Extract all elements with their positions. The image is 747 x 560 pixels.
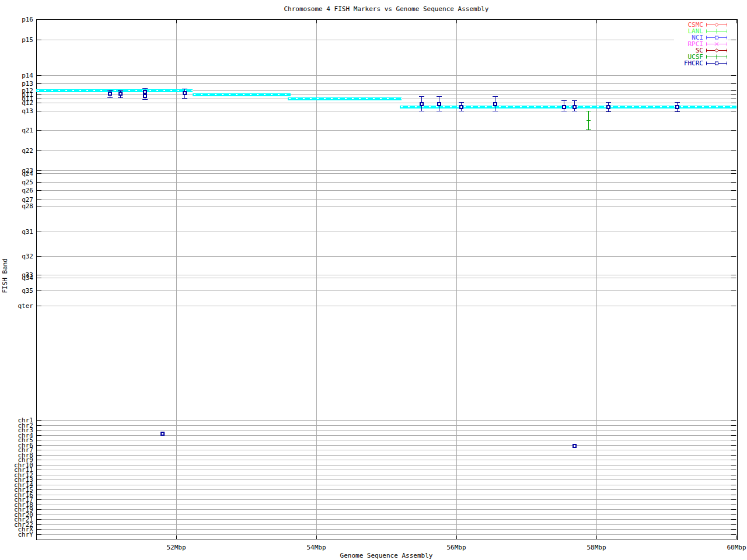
row-label-q26: q26 [0,188,33,193]
label-layer: p16p15p14p13p12p11q11q12q13q21q22q23q24q… [0,0,747,560]
x-tick-label-54Mbp: 54Mbp [299,544,334,551]
row-label-p15: p15 [0,37,33,43]
row-label-q31: q31 [0,229,33,235]
legend-row-FHCRC: FHCRC [674,60,728,66]
row-label-q12: q12 [0,100,33,106]
row-label-p14: p14 [0,73,33,78]
legend-sample-icon [706,41,728,47]
row-label-qter: qter [0,303,33,309]
legend-sample-icon [706,28,728,34]
y-axis-title: FISH Band [1,258,9,293]
legend-label-FHCRC: FHCRC [674,60,703,66]
x-tick-label-56Mbp: 56Mbp [439,544,474,551]
row-label-chrY: chrY [0,532,33,537]
row-label-q13: q13 [0,108,33,114]
row-label-q21: q21 [0,128,33,133]
chart-canvas: p16p15p14p13p12p11q11q12q13q21q22q23q24q… [0,0,747,560]
x-tick-label-58Mbp: 58Mbp [579,544,614,551]
row-label-q28: q28 [0,204,33,209]
legend-sample-icon [706,34,728,41]
row-label-q27: q27 [0,197,33,202]
row-label-q22: q22 [0,148,33,153]
chart-title: Chromosome 4 FISH Markers vs Genome Sequ… [36,5,736,13]
x-tick-label-52Mbp: 52Mbp [159,544,194,551]
row-label-p13: p13 [0,81,33,86]
legend-sample-icon [706,60,728,66]
x-axis-title: Genome Sequence Assembly [36,552,736,559]
row-label-q24: q24 [0,171,33,176]
row-label-p16: p16 [0,17,33,22]
legend: CSMCLANLNCIRPCISCUCSFFHCRC [674,22,728,66]
legend-sample-icon [706,54,728,60]
legend-sample-icon [706,47,728,54]
legend-sample-icon [706,22,728,28]
x-tick-label-60Mbp: 60Mbp [719,544,747,551]
row-label-q25: q25 [0,180,33,185]
